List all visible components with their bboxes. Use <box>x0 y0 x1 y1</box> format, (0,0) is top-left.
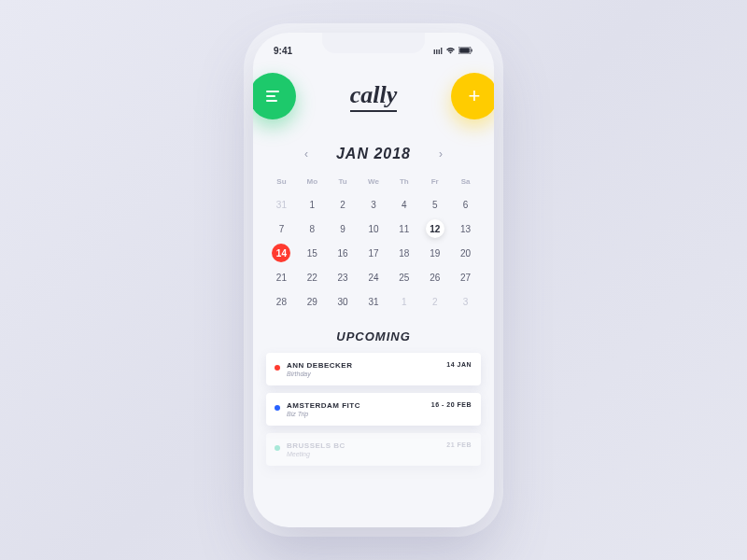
event-color-dot <box>275 365 280 371</box>
event-color-dot <box>275 445 280 451</box>
weekday-label: Mo <box>297 177 328 186</box>
event-info: BRUSSELS BCMeeting <box>287 441 345 457</box>
add-button[interactable]: + <box>451 73 494 119</box>
calendar-day[interactable]: 28 <box>266 290 297 313</box>
calendar-day[interactable]: 3 <box>359 193 389 216</box>
event-name: BRUSSELS BC <box>287 441 345 450</box>
calendar-day[interactable]: 1 <box>388 290 419 313</box>
weekday-label: Sa <box>450 177 481 186</box>
weekday-label: Su <box>266 177 297 186</box>
calendar-day[interactable]: 22 <box>297 266 328 288</box>
calendar-day[interactable]: 6 <box>450 193 481 216</box>
event-date: 16 - 20 FEB <box>431 401 472 408</box>
calendar-day[interactable]: 16 <box>328 242 359 264</box>
event-name: ANN DEBECKER <box>287 361 352 370</box>
calendar-grid: 3112345678910111213141516171819202122232… <box>266 193 481 313</box>
weekday-label: Th <box>388 177 419 186</box>
svg-rect-1 <box>459 48 470 53</box>
battery-icon <box>458 47 473 56</box>
month-title: JAN 2018 <box>336 146 411 162</box>
calendar-day[interactable]: 12 <box>419 217 450 240</box>
calendar-day[interactable]: 7 <box>266 217 297 240</box>
calendar-day[interactable]: 3 <box>450 290 481 313</box>
calendar-day[interactable]: 8 <box>297 217 328 240</box>
calendar-day[interactable]: 19 <box>419 242 450 264</box>
weekday-label: We <box>359 177 389 186</box>
event-card[interactable]: AMSTERDAM FITCBiz Trip16 - 20 FEB <box>266 393 481 426</box>
calendar-day[interactable]: 15 <box>297 242 328 264</box>
calendar-day[interactable]: 30 <box>328 290 359 313</box>
event-info: AMSTERDAM FITCBiz Trip <box>287 401 360 417</box>
calendar-day[interactable]: 29 <box>297 290 328 313</box>
event-name: AMSTERDAM FITC <box>287 401 360 410</box>
weekday-label: Tu <box>328 177 359 186</box>
calendar-day[interactable]: 17 <box>359 242 389 264</box>
phone-frame: 9:41 ıııl cally + ‹ JAN 2018 › SuMoTuWeT… <box>253 33 494 527</box>
calendar-day[interactable]: 2 <box>419 290 450 313</box>
menu-icon <box>266 91 279 102</box>
calendar-day[interactable]: 14 <box>266 242 297 264</box>
calendar-day[interactable]: 10 <box>359 217 389 240</box>
event-type: Meeting <box>287 451 345 457</box>
app-logo: cally <box>350 81 398 112</box>
calendar-day[interactable]: 5 <box>419 193 450 216</box>
event-date: 21 FEB <box>446 441 472 448</box>
event-type: Birthday <box>287 371 352 377</box>
calendar-day[interactable]: 18 <box>388 242 419 264</box>
calendar-day[interactable]: 11 <box>388 217 419 240</box>
event-color-dot <box>275 405 280 411</box>
calendar-day[interactable]: 23 <box>328 266 359 288</box>
calendar-day[interactable]: 31 <box>266 193 297 216</box>
calendar-day[interactable]: 25 <box>388 266 419 288</box>
calendar-day[interactable]: 21 <box>266 266 297 288</box>
menu-button[interactable] <box>253 73 296 119</box>
notch <box>322 33 425 53</box>
events-list: ANN DEBECKERBirthday14 JANAMSTERDAM FITC… <box>266 353 481 466</box>
app-header: cally + <box>266 73 481 119</box>
wifi-icon <box>445 47 456 56</box>
event-card[interactable]: ANN DEBECKERBirthday14 JAN <box>266 353 481 385</box>
calendar-day[interactable]: 4 <box>388 193 419 216</box>
prev-month-button[interactable]: ‹ <box>301 144 312 164</box>
upcoming-heading: UPCOMING <box>266 329 481 343</box>
calendar-day[interactable]: 9 <box>328 217 359 240</box>
plus-icon: + <box>469 84 481 108</box>
weekday-row: SuMoTuWeThFrSa <box>266 177 481 186</box>
calendar-day[interactable]: 27 <box>450 266 481 288</box>
svg-rect-2 <box>472 49 472 51</box>
signal-icon: ıııl <box>433 47 443 56</box>
event-type: Biz Trip <box>287 411 360 417</box>
event-info: ANN DEBECKERBirthday <box>287 361 352 377</box>
status-time: 9:41 <box>274 46 292 56</box>
calendar-day[interactable]: 2 <box>328 193 359 216</box>
event-card[interactable]: BRUSSELS BCMeeting21 FEB <box>266 433 481 466</box>
calendar-day[interactable]: 1 <box>297 193 328 216</box>
weekday-label: Fr <box>419 177 450 186</box>
calendar-day[interactable]: 20 <box>450 242 481 264</box>
event-date: 14 JAN <box>446 361 472 368</box>
next-month-button[interactable]: › <box>435 144 446 164</box>
calendar-day[interactable]: 31 <box>359 290 389 313</box>
calendar-day[interactable]: 13 <box>450 217 481 240</box>
calendar-day[interactable]: 26 <box>419 266 450 288</box>
month-navigation: ‹ JAN 2018 › <box>266 144 481 164</box>
calendar-day[interactable]: 24 <box>359 266 389 288</box>
status-indicators: ıııl <box>433 47 473 56</box>
